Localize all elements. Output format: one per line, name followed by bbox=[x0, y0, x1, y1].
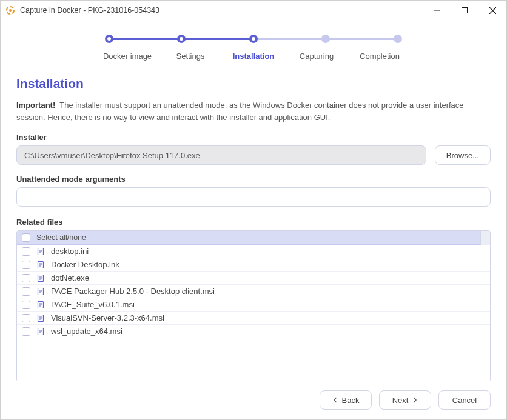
close-button[interactable] bbox=[478, 1, 506, 20]
table-header: Select all/none bbox=[17, 231, 480, 245]
important-note: Important! The installer must support an… bbox=[16, 99, 491, 123]
table-row[interactable]: desktop.ini bbox=[17, 245, 490, 258]
file-name: Docker Desktop.lnk bbox=[51, 260, 119, 269]
wizard-footer: Back Next Cancel bbox=[1, 381, 506, 419]
wizard-stepper: Docker image Settings Installation Captu… bbox=[96, 35, 411, 61]
important-text: The installer must support an unattended… bbox=[16, 101, 464, 122]
important-label: Important! bbox=[16, 101, 55, 110]
file-icon bbox=[36, 274, 45, 282]
step-label-settings[interactable]: Settings bbox=[159, 52, 222, 61]
table-row[interactable]: Docker Desktop.lnk bbox=[17, 258, 490, 272]
file-icon bbox=[36, 301, 45, 309]
file-name: desktop.ini bbox=[51, 247, 89, 256]
file-icon bbox=[36, 327, 45, 336]
select-all-checkbox[interactable] bbox=[22, 233, 30, 242]
related-files-table: Select all/none desktop.iniDocker Deskto… bbox=[16, 230, 491, 381]
file-icon bbox=[36, 261, 45, 269]
file-checkbox[interactable] bbox=[22, 301, 30, 309]
installer-path-input[interactable] bbox=[16, 145, 426, 165]
file-list: desktop.iniDocker Desktop.lnkdotNet.exeP… bbox=[17, 245, 490, 381]
next-button[interactable]: Next bbox=[379, 390, 431, 410]
app-window: Capture in Docker - PKG-231016-054343 bbox=[0, 0, 507, 420]
related-files-label: Related files bbox=[16, 218, 491, 227]
file-name: wsl_update_x64.msi bbox=[51, 327, 123, 336]
table-row[interactable]: VisualSVN-Server-3.2.3-x64.msi bbox=[17, 312, 490, 325]
scrollbar-header-stub bbox=[480, 231, 490, 245]
maximize-button[interactable] bbox=[451, 1, 478, 20]
svg-point-1 bbox=[9, 9, 12, 12]
installer-label: Installer bbox=[16, 133, 491, 142]
chevron-left-icon bbox=[332, 397, 338, 403]
step-dot-docker-image[interactable] bbox=[105, 35, 113, 43]
chevron-right-icon bbox=[412, 397, 418, 403]
file-checkbox[interactable] bbox=[22, 327, 30, 336]
file-name: PACE_Suite_v6.0.1.msi bbox=[51, 300, 135, 309]
file-checkbox[interactable] bbox=[22, 314, 30, 322]
file-icon bbox=[36, 247, 45, 256]
step-label-installation: Installation bbox=[222, 52, 285, 61]
browse-button[interactable]: Browse... bbox=[435, 145, 491, 165]
titlebar: Capture in Docker - PKG-231016-054343 bbox=[1, 1, 506, 20]
table-row[interactable]: PACE Packager Hub 2.5.0 - Desktop client… bbox=[17, 285, 490, 298]
app-icon bbox=[5, 5, 15, 15]
file-checkbox[interactable] bbox=[22, 261, 30, 269]
page-title: Installation bbox=[16, 76, 491, 91]
step-label-docker-image[interactable]: Docker image bbox=[96, 52, 159, 61]
svg-rect-3 bbox=[462, 8, 468, 13]
table-row[interactable]: dotNet.exe bbox=[17, 272, 490, 285]
file-checkbox[interactable] bbox=[22, 247, 30, 256]
file-icon bbox=[36, 314, 45, 322]
step-dot-installation[interactable] bbox=[249, 35, 258, 43]
window-title: Capture in Docker - PKG-231016-054343 bbox=[20, 6, 159, 15]
file-checkbox[interactable] bbox=[22, 287, 30, 296]
table-row[interactable]: wsl_update_x64.msi bbox=[17, 325, 490, 338]
args-label: Unattended mode arguments bbox=[16, 175, 491, 184]
minimize-button[interactable] bbox=[423, 1, 451, 20]
back-button[interactable]: Back bbox=[320, 390, 372, 410]
step-dot-completion bbox=[394, 35, 402, 43]
file-name: dotNet.exe bbox=[51, 273, 89, 282]
file-name: PACE Packager Hub 2.5.0 - Desktop client… bbox=[51, 287, 215, 296]
cancel-button[interactable]: Cancel bbox=[438, 390, 491, 410]
step-labels: Docker image Settings Installation Captu… bbox=[96, 52, 411, 61]
file-name: VisualSVN-Server-3.2.3-x64.msi bbox=[51, 313, 164, 322]
step-dot-capturing bbox=[321, 35, 330, 43]
table-row[interactable]: PACE_Suite_v6.0.1.msi bbox=[17, 298, 490, 312]
file-icon bbox=[36, 287, 45, 296]
step-dot-settings[interactable] bbox=[177, 35, 186, 43]
select-all-label[interactable]: Select all/none bbox=[36, 233, 86, 242]
args-input[interactable] bbox=[16, 187, 491, 207]
step-label-completion: Completion bbox=[348, 52, 411, 61]
file-checkbox[interactable] bbox=[22, 274, 30, 282]
step-label-capturing: Capturing bbox=[285, 52, 348, 61]
